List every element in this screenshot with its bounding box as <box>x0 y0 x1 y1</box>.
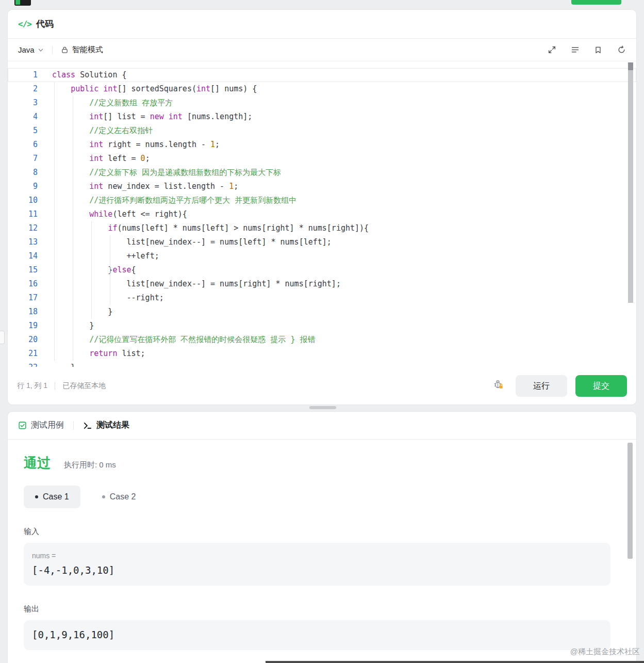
save-status: 已存储至本地 <box>62 381 106 391</box>
run-button[interactable]: 运行 <box>516 375 567 397</box>
code-line[interactable]: 9 int new_index = list.length - 1; <box>8 180 636 193</box>
code-panel-title: 代码 <box>36 18 54 30</box>
code-line[interactable]: 15 }else{ <box>8 263 636 277</box>
code-line[interactable]: 10 //进行循环判断数组两边平方后哪个更大 并更新到新数组中 <box>8 193 636 207</box>
line-number: 17 <box>8 291 38 305</box>
output-value: [0,1,9,16,100] <box>32 629 602 640</box>
code-line[interactable]: 8 //定义新下标 因为是递减数组新数组的下标为最大下标 <box>8 166 636 180</box>
code-line[interactable]: 22 } <box>8 361 636 367</box>
code-line[interactable]: 13 list[new_index--] = nums[left] * nums… <box>8 235 636 249</box>
top-partial-strip <box>0 0 644 6</box>
tab-testresult[interactable]: 测试结果 <box>83 420 129 431</box>
code-panel-header: </> 代码 <box>8 10 636 39</box>
line-number: 19 <box>8 319 38 333</box>
input-field-name: nums = <box>32 552 602 560</box>
runtime-info: 执行用时: 0 ms <box>64 460 116 470</box>
output-section-label: 输出 <box>24 604 617 614</box>
line-number: 11 <box>8 207 38 221</box>
reset-code-icon[interactable] <box>617 45 626 55</box>
code-line[interactable]: 12 if(nums[left] * nums[left] > nums[rig… <box>8 221 636 235</box>
debug-lock-icon[interactable] <box>493 379 504 393</box>
line-number: 9 <box>8 180 38 193</box>
test-panel: 测试用例 测试结果 通过 执行用时: 0 ms Case 1 Case 2 <box>7 411 637 663</box>
code-line[interactable]: 14 ++left; <box>8 249 636 263</box>
language-label: Java <box>18 45 35 54</box>
lock-icon <box>61 46 69 54</box>
line-number: 13 <box>8 235 38 249</box>
runtime-label: 执行用时: <box>64 460 97 469</box>
case-1-label: Case 1 <box>43 492 69 502</box>
top-green-pill <box>571 0 621 5</box>
terminal-icon <box>83 421 92 430</box>
line-number: 1 <box>8 68 38 82</box>
indent-guide <box>91 221 92 319</box>
code-editor[interactable]: 1class Solution {2 public int[] sortedSq… <box>8 61 636 367</box>
case-1-tab[interactable]: Case 1 <box>24 486 80 508</box>
line-number: 4 <box>8 110 38 124</box>
line-number: 7 <box>8 152 38 166</box>
submit-button[interactable]: 提交 <box>575 375 627 397</box>
status-divider <box>55 382 55 390</box>
test-result-body: 通过 执行用时: 0 ms Case 1 Case 2 输入 nums = [-… <box>8 440 636 650</box>
format-lines-icon[interactable] <box>570 45 580 55</box>
code-line[interactable]: 16 list[new_index--] = nums[right] * num… <box>8 277 636 291</box>
test-panel-scrollbar[interactable] <box>628 443 633 559</box>
line-number: 6 <box>8 138 38 152</box>
tab-testcase[interactable]: 测试用例 <box>18 420 64 431</box>
line-number: 18 <box>8 305 38 319</box>
testcase-input-box[interactable]: nums = [-4,-1,0,3,10] <box>24 543 610 586</box>
test-panel-tabs: 测试用例 测试结果 <box>8 412 636 440</box>
smart-mode-label: 智能模式 <box>72 45 103 55</box>
editor-scrollbar-cap[interactable] <box>628 62 633 70</box>
checkbox-icon <box>18 421 27 430</box>
line-number: 8 <box>8 166 38 180</box>
indent-guide <box>73 96 73 361</box>
code-line[interactable]: 4 int[] list = new int [nums.length]; <box>8 110 636 124</box>
line-number: 15 <box>8 263 38 277</box>
code-line[interactable]: 5 //定义左右双指针 <box>8 124 636 138</box>
input-section-label: 输入 <box>24 527 617 537</box>
watermark: @稀土掘金技术社区 <box>570 647 640 657</box>
input-value: [-4,-1,0,3,10] <box>32 564 602 576</box>
cursor-position: 行 1, 列 1 <box>17 381 47 391</box>
code-line[interactable]: 2 public int[] sortedSquares(int[] nums)… <box>8 82 636 96</box>
result-status[interactable]: 通过 <box>24 454 51 472</box>
tab-testcase-label: 测试用例 <box>31 420 64 431</box>
case-bullet-icon <box>102 495 105 498</box>
top-green-chip <box>15 0 20 5</box>
chevron-down-icon <box>38 47 44 53</box>
code-line[interactable]: 21 return list; <box>8 347 636 361</box>
editor-status-bar: 行 1, 列 1 已存储至本地 运行 提交 <box>8 367 636 405</box>
tab-divider <box>73 422 74 430</box>
code-line[interactable]: 17 --right; <box>8 291 636 305</box>
line-number: 16 <box>8 277 38 291</box>
editor-scrollbar[interactable] <box>628 70 633 303</box>
case-bullet-icon <box>35 495 38 498</box>
case-2-tab[interactable]: Case 2 <box>91 486 147 508</box>
indent-guide <box>110 235 110 305</box>
left-edge-collapse-handle[interactable] <box>0 331 5 344</box>
runtime-value: 0 ms <box>99 460 116 469</box>
code-line[interactable]: 11 while(left <= right){ <box>8 207 636 221</box>
panel-resize-handle[interactable] <box>309 406 336 409</box>
testcase-output-box: [0,1,9,16,100] <box>24 620 610 650</box>
line-number: 14 <box>8 249 38 263</box>
code-line[interactable]: 19 } <box>8 319 636 333</box>
line-number: 10 <box>8 193 38 207</box>
code-line[interactable]: 6 int right = nums.length - 1; <box>8 138 636 152</box>
fullscreen-icon[interactable] <box>547 45 556 55</box>
case-2-label: Case 2 <box>110 492 136 502</box>
line-number: 21 <box>8 347 38 361</box>
smart-mode-toggle[interactable]: 智能模式 <box>61 45 103 55</box>
code-line[interactable]: 3 //定义新数组 存放平方 <box>8 96 636 110</box>
bookmark-icon[interactable] <box>593 45 603 55</box>
code-line[interactable]: 18 } <box>8 305 636 319</box>
code-icon: </> <box>18 19 31 29</box>
code-line[interactable]: 20 //记得位置写在循环外部 不然报错的时候会很疑惑 提示 } 报错 <box>8 333 636 347</box>
code-line[interactable]: 1class Solution { <box>8 68 636 82</box>
line-number: 5 <box>8 124 38 138</box>
language-select[interactable]: Java <box>18 45 44 54</box>
line-number: 22 <box>8 361 38 367</box>
case-tabs: Case 1 Case 2 <box>24 486 617 508</box>
code-line[interactable]: 7 int left = 0; <box>8 152 636 166</box>
